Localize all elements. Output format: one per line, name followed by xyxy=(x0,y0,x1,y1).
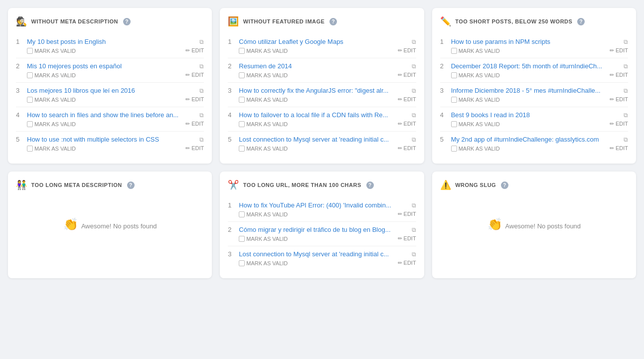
mark-as-valid-button[interactable]: MARK AS VALID xyxy=(27,145,76,152)
card-header-too-long-meta-description: 👫TOO LONG META DESCRIPTION? xyxy=(16,180,204,190)
help-icon-wrong-slug[interactable]: ? xyxy=(501,181,508,189)
mark-as-valid-button[interactable]: MARK AS VALID xyxy=(451,47,500,54)
mark-as-valid-button[interactable]: MARK AS VALID xyxy=(27,72,76,78)
help-icon-too-short-posts[interactable]: ? xyxy=(577,18,585,25)
post-title[interactable]: Mis 10 mejores posts en español xyxy=(27,62,196,70)
mark-as-valid-button[interactable]: MARK AS VALID xyxy=(27,47,76,54)
mark-as-valid-button[interactable]: MARK AS VALID xyxy=(27,96,76,103)
edit-button[interactable]: ✏ EDIT xyxy=(185,145,204,152)
edit-button[interactable]: ✏ EDIT xyxy=(610,121,628,127)
external-link-icon[interactable]: ⧉ xyxy=(412,251,416,258)
edit-button[interactable]: ✏ EDIT xyxy=(185,121,204,127)
post-title[interactable]: How to search in files and show the line… xyxy=(27,111,196,119)
post-number: 1 xyxy=(228,38,236,45)
post-title[interactable]: Resumen de 2014 xyxy=(239,62,408,70)
post-title[interactable]: December 2018 Report: 5th month of #turn… xyxy=(451,62,621,70)
external-link-icon[interactable]: ⧉ xyxy=(412,63,416,70)
mark-as-valid-button[interactable]: MARK AS VALID xyxy=(239,47,288,54)
external-link-icon[interactable]: ⧉ xyxy=(624,87,628,94)
post-row: 2Mis 10 mejores posts en español⧉ xyxy=(16,62,204,70)
card-icon-without-meta-description: 🕵️ xyxy=(16,16,27,27)
mark-as-valid-button[interactable]: MARK AS VALID xyxy=(451,121,500,127)
edit-button[interactable]: ✏ EDIT xyxy=(398,260,416,266)
edit-button[interactable]: ✏ EDIT xyxy=(610,96,628,103)
card-header-too-long-url: ✂️TOO LONG URL, MORE THAN 100 CHARS? xyxy=(228,180,416,190)
external-link-icon[interactable]: ⧉ xyxy=(199,38,204,45)
mark-as-valid-button[interactable]: MARK AS VALID xyxy=(239,260,288,266)
external-link-icon[interactable]: ⧉ xyxy=(199,112,204,119)
edit-button[interactable]: ✏ EDIT xyxy=(398,47,416,54)
edit-button[interactable]: ✏ EDIT xyxy=(610,145,628,152)
post-title[interactable]: How to use :not with multiple selectors … xyxy=(27,136,196,143)
external-link-icon[interactable]: ⧉ xyxy=(199,87,204,94)
post-title[interactable]: My 10 best posts in English xyxy=(27,38,196,45)
list-item: 2December 2018 Report: 5th month of #tur… xyxy=(440,58,628,83)
external-link-icon[interactable]: ⧉ xyxy=(412,136,416,143)
edit-button[interactable]: ✏ EDIT xyxy=(610,47,628,54)
post-actions: MARK AS VALID✏ EDIT xyxy=(228,72,416,78)
mark-as-valid-button[interactable]: MARK AS VALID xyxy=(451,145,500,152)
external-link-icon[interactable]: ⧉ xyxy=(412,38,416,45)
card-without-meta-description: 🕵️WITHOUT META DESCRIPTION?1My 10 best p… xyxy=(8,8,212,164)
external-link-icon[interactable]: ⧉ xyxy=(199,136,204,143)
mark-as-valid-button[interactable]: MARK AS VALID xyxy=(451,72,500,78)
post-number: 3 xyxy=(228,250,236,258)
post-actions: MARK AS VALID✏ EDIT xyxy=(228,121,416,127)
post-title[interactable]: My 2nd app of #turnIndieChallenge: glass… xyxy=(451,136,621,143)
mark-as-valid-button[interactable]: MARK AS VALID xyxy=(239,96,288,103)
post-actions: MARK AS VALID✏ EDIT xyxy=(228,145,416,152)
post-title[interactable]: Lost connection to Mysql server at 'read… xyxy=(239,136,408,143)
post-title[interactable]: How to failover to a local file if a CDN… xyxy=(239,111,408,119)
card-title-too-short-posts: TOO SHORT POSTS, BELOW 250 WORDS xyxy=(455,18,572,24)
mark-as-valid-button[interactable]: MARK AS VALID xyxy=(239,72,288,78)
edit-button[interactable]: ✏ EDIT xyxy=(398,145,416,152)
card-header-without-featured-image: 🖼️WITHOUT FEATURED IMAGE? xyxy=(228,16,416,27)
mark-as-valid-button[interactable]: MARK AS VALID xyxy=(451,96,500,103)
list-item: 1Cómo utilizar Leaflet y Google Maps⧉ MA… xyxy=(228,34,416,58)
post-title[interactable]: Cómo migrar y redirigir el tráfico de tu… xyxy=(239,226,408,233)
external-link-icon[interactable]: ⧉ xyxy=(412,202,416,209)
post-number: 4 xyxy=(16,111,24,119)
external-link-icon[interactable]: ⧉ xyxy=(624,112,628,119)
post-title[interactable]: How to fix YouTube API Error: (400) 'Inv… xyxy=(239,201,408,209)
help-icon-without-featured-image[interactable]: ? xyxy=(329,18,337,25)
post-number: 3 xyxy=(228,87,236,94)
edit-button[interactable]: ✏ EDIT xyxy=(398,121,416,127)
card-too-long-url: ✂️TOO LONG URL, MORE THAN 100 CHARS?1How… xyxy=(220,172,424,278)
card-too-long-meta-description: 👫TOO LONG META DESCRIPTION?👏Awesome! No … xyxy=(8,172,212,278)
list-item: 5My 2nd app of #turnIndieChallenge: glas… xyxy=(440,132,628,156)
post-title[interactable]: Lost connection to Mysql server at 'read… xyxy=(239,250,408,258)
post-row: 1How to fix YouTube API Error: (400) 'In… xyxy=(228,201,416,209)
edit-button[interactable]: ✏ EDIT xyxy=(185,96,204,103)
mark-as-valid-button[interactable]: MARK AS VALID xyxy=(239,235,288,242)
edit-button[interactable]: ✏ EDIT xyxy=(185,72,204,78)
edit-button[interactable]: ✏ EDIT xyxy=(398,235,416,242)
edit-button[interactable]: ✏ EDIT xyxy=(398,211,416,217)
post-title[interactable]: Cómo utilizar Leaflet y Google Maps xyxy=(239,38,408,45)
help-icon-too-long-url[interactable]: ? xyxy=(366,181,374,189)
external-link-icon[interactable]: ⧉ xyxy=(624,136,628,143)
help-icon-too-long-meta-description[interactable]: ? xyxy=(127,181,135,189)
edit-button[interactable]: ✏ EDIT xyxy=(398,72,416,78)
mark-as-valid-button[interactable]: MARK AS VALID xyxy=(239,211,288,217)
post-title[interactable]: How to use params in NPM scripts xyxy=(451,38,621,45)
mark-as-valid-button[interactable]: MARK AS VALID xyxy=(239,121,288,127)
post-title[interactable]: Informe Diciembre 2018 - 5° mes #turnInd… xyxy=(451,87,621,94)
post-title[interactable]: How to correctly fix the AngularJS error… xyxy=(239,87,408,94)
post-title[interactable]: Best 9 books I read in 2018 xyxy=(451,111,621,119)
external-link-icon[interactable]: ⧉ xyxy=(412,87,416,94)
post-actions: MARK AS VALID✏ EDIT xyxy=(440,96,628,103)
list-item: 2Cómo migrar y redirigir el tráfico de t… xyxy=(228,222,416,246)
external-link-icon[interactable]: ⧉ xyxy=(199,63,204,70)
help-icon-without-meta-description[interactable]: ? xyxy=(123,18,131,25)
post-title[interactable]: Los mejores 10 libros que leí en 2016 xyxy=(27,87,196,94)
edit-button[interactable]: ✏ EDIT xyxy=(610,72,628,78)
external-link-icon[interactable]: ⧉ xyxy=(412,112,416,119)
edit-button[interactable]: ✏ EDIT xyxy=(398,96,416,103)
external-link-icon[interactable]: ⧉ xyxy=(412,226,416,233)
external-link-icon[interactable]: ⧉ xyxy=(624,38,628,45)
mark-as-valid-button[interactable]: MARK AS VALID xyxy=(239,145,288,152)
external-link-icon[interactable]: ⧉ xyxy=(624,63,628,70)
edit-button[interactable]: ✏ EDIT xyxy=(185,47,204,54)
mark-as-valid-button[interactable]: MARK AS VALID xyxy=(27,121,76,127)
